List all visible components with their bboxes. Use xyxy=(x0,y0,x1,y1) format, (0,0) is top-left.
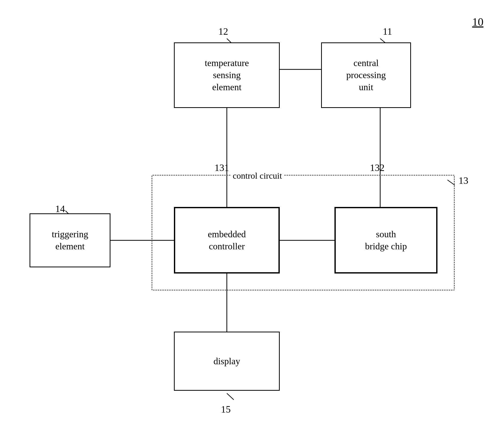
diagram: 10 12 11 temperature sensing element cen… xyxy=(0,0,504,446)
south-bridge-block: south bridge chip xyxy=(334,207,437,274)
svg-line-10 xyxy=(227,393,234,400)
control-circuit-label: control circuit xyxy=(231,171,284,181)
cpu-block: central processing unit xyxy=(321,42,411,108)
triggering-element-block: triggering element xyxy=(30,213,110,267)
display-block: display xyxy=(174,332,280,391)
ref-10: 10 xyxy=(472,15,483,29)
embedded-controller-block: embedded controller xyxy=(174,207,280,274)
ref-12: 12 xyxy=(218,26,228,37)
ref-15: 15 xyxy=(221,404,231,415)
ref-14: 14 xyxy=(55,203,65,214)
ref-131: 131 xyxy=(214,162,229,173)
ref-11: 11 xyxy=(383,26,392,37)
ref-132: 132 xyxy=(370,162,385,173)
ref-13: 13 xyxy=(459,175,468,186)
temp-sensing-block: temperature sensing element xyxy=(174,42,280,108)
